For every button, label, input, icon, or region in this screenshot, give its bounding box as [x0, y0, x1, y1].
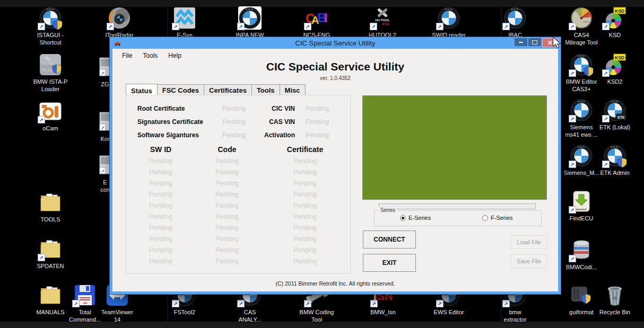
svg-text:HU-TOOL: HU-TOOL: [375, 19, 390, 22]
table-cell: Pending: [259, 180, 351, 187]
status-label2: CAS VIN: [254, 118, 295, 126]
load-file-button[interactable]: Load File: [510, 235, 547, 249]
shortcut-arrow-icon: ➚: [237, 300, 245, 307]
window-titlebar[interactable]: CIC Special Service Utility ✕: [112, 37, 558, 49]
desktop-icon-ksd[interactable]: KSD➚KSD: [591, 6, 639, 39]
table-cell: Pending: [259, 258, 351, 265]
menu-help[interactable]: Help: [163, 51, 187, 60]
status-value: Pending: [222, 118, 254, 126]
menu-bar: FileToolsHelp: [117, 51, 187, 60]
desktop-icon-istagui-shortcut[interactable]: BMW➚ISTAGUI -Shortcut: [27, 6, 74, 46]
desktop-icon-recycle-bin[interactable]: ♻Recycle Bin: [591, 283, 639, 316]
table-cell: Pending: [259, 224, 351, 232]
maximize-button[interactable]: [528, 38, 541, 46]
svg-text:I: I: [324, 11, 328, 25]
table-cell: Pending: [195, 202, 259, 209]
radio-e-series[interactable]: E-Series: [400, 215, 431, 221]
table-cell: Pending: [126, 157, 195, 165]
desktop-icon-ksd2[interactable]: KSD➚KSD2: [591, 53, 639, 85]
desktop-icon-label: SPDATEN: [27, 262, 74, 270]
minimize-button[interactable]: [515, 38, 527, 46]
svg-text:BMW: BMW: [246, 8, 254, 11]
mouse-cursor: [552, 37, 562, 49]
desktop-icon-hutool2[interactable]: HU-TOOLETA➚HUTOOL2: [359, 6, 406, 39]
radio-label: F-Series: [491, 215, 513, 221]
desktop-icon-label: ETK (Lokal): [591, 123, 639, 131]
status-tab-panel: Root CertificatePendingCIC VINPendingSig…: [126, 95, 351, 273]
desktop-icon-label: Recycle Bin: [591, 308, 639, 316]
table-cell: Pending: [259, 157, 351, 165]
desktop-icon-inpa-new[interactable]: BMW➚INPA NEW: [226, 6, 274, 39]
status-value2: Pending: [295, 118, 350, 126]
status-label: Software Sigantures: [137, 131, 222, 139]
table-cell: Pending: [195, 169, 259, 176]
connect-button[interactable]: CONNECT: [363, 231, 416, 249]
column-header-certificate: Certificate: [259, 145, 351, 154]
status-field-row: Software SiganturesPendingActivationPend…: [126, 128, 350, 141]
save-file-button[interactable]: Save File: [510, 254, 547, 268]
desktop-icon-findecu[interactable]: ➚FindECU: [558, 190, 605, 222]
desktop-icon-swid-reader[interactable]: BMW➚SWID reader: [425, 6, 473, 39]
svg-text:BMW: BMW: [577, 146, 585, 148]
shortcut-arrow-icon: ➚: [304, 23, 311, 30]
desktop-icon-tools[interactable]: TOOLS: [27, 191, 74, 223]
shortcut-arrow-icon: ➚: [172, 300, 179, 307]
copyright-label: (C) 2011 Bimmer Retrofit Inc. All rights…: [112, 280, 558, 287]
table-cell: Pending: [126, 258, 195, 265]
radio-f-series[interactable]: F-Series: [482, 215, 513, 221]
table-cell: Pending: [126, 235, 195, 243]
menu-file[interactable]: File: [117, 51, 137, 60]
exit-button[interactable]: EXIT: [363, 254, 416, 272]
desktop-icon-label: BMW CodingTool: [293, 308, 341, 323]
desktop-icon-etk-admin[interactable]: BMW➚ETK Admin: [591, 144, 639, 176]
desktop-icon-label: KSD: [591, 31, 639, 39]
folder-icon: [39, 191, 62, 214]
desktop-icon-label: FindECU: [558, 215, 605, 222]
svg-text:➚: ➚: [101, 169, 105, 174]
table-cell: Pending: [259, 202, 351, 209]
shortcut-arrow-icon: ➚: [237, 23, 245, 30]
table-cell: Pending: [195, 258, 259, 265]
desktop-icon-etk-lokal[interactable]: BMWETK➚ETK (Lokal): [591, 99, 639, 131]
menu-tools[interactable]: Tools: [137, 51, 163, 60]
folder-icon: [39, 283, 62, 307]
table-cell: Pending: [259, 235, 351, 243]
shortcut-arrow-icon: ➚: [569, 255, 576, 262]
svg-text:BMW: BMW: [611, 100, 619, 103]
svg-text:BMW: BMW: [511, 8, 519, 11]
bmw-roundel-shield-icon: BMW➚: [39, 6, 62, 30]
shortcut-arrow-icon: ➚: [72, 300, 80, 307]
desktop-icon-ibac[interactable]: BMW➚IBAC: [491, 6, 539, 39]
window-title: CIC Special Service Utility: [112, 39, 558, 47]
desktop-icon-bmwcodi[interactable]: ➚BMWCodi...: [558, 238, 605, 271]
status-value2: Pending: [295, 131, 350, 139]
status-value: Pending: [222, 131, 254, 139]
table-cell: Pending: [126, 246, 195, 254]
radio-selected-dot: [402, 217, 404, 219]
desktop-icon-spdaten[interactable]: ➚SPDATEN: [27, 237, 74, 270]
table-cell: Pending: [195, 224, 259, 232]
series-label: Series: [379, 207, 397, 213]
status-value: Pending: [222, 105, 254, 112]
desktop-icon-ocam[interactable]: ➚oCam: [27, 100, 74, 132]
desktop-icon-bmw-ista-p-loader[interactable]: ISTABMW ISTA-PLoader: [27, 53, 74, 93]
svg-text:KSD: KSD: [615, 55, 624, 60]
svg-text:-64: -64: [83, 302, 88, 305]
recycle-bin-icon: ♻: [603, 283, 626, 307]
status-field-row: Root CertificatePendingCIC VINPending: [126, 102, 350, 115]
desktop-icon-label: CASANALY...: [226, 308, 274, 323]
shortcut-arrow-icon: ➚: [602, 69, 610, 77]
table-cell: Pending: [126, 191, 195, 198]
table-row: PendingPendingPending: [126, 222, 350, 233]
shortcut-arrow-icon: ➚: [172, 23, 179, 30]
desktop-icon-label: bmwextractor: [491, 308, 539, 323]
desktop-icon-e-sys[interactable]: ➚E-Sys: [161, 6, 208, 39]
desktop-icon-itoolradar[interactable]: ➚IToolRadar: [95, 6, 143, 39]
svg-text:ETA: ETA: [382, 22, 389, 26]
bmw-roundel-etk-icon: BMWETK➚: [603, 99, 626, 122]
svg-text:➚: ➚: [101, 70, 105, 76]
desktop-icon-ncs-eng[interactable]: CABI➚NCS-ENG: [293, 6, 341, 39]
hutool-icon: HU-TOOLETA➚: [371, 6, 394, 30]
svg-text:ISTA: ISTA: [42, 67, 54, 73]
shortcut-arrow-icon: ➚: [602, 115, 610, 122]
